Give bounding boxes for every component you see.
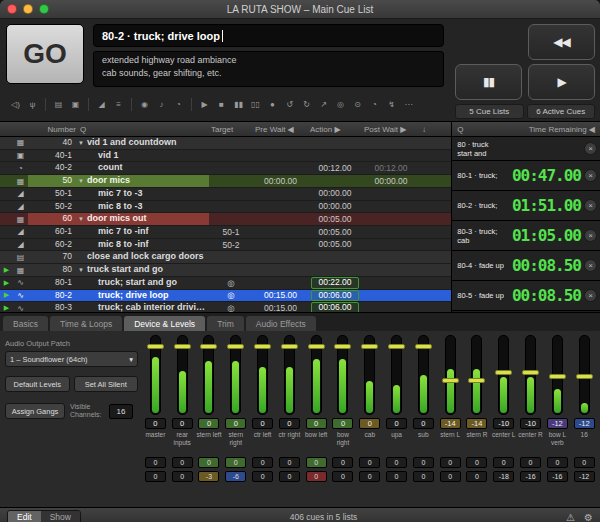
crosspoint-row2-value[interactable]: 0 bbox=[440, 471, 461, 482]
crosspoint-row1-value[interactable]: 0 bbox=[440, 457, 461, 468]
crosspoint-row2-value[interactable]: -12 bbox=[574, 471, 595, 482]
fader-handle[interactable] bbox=[174, 344, 191, 349]
timecode-cue-icon[interactable]: ◔ bbox=[171, 97, 186, 112]
pause-button[interactable]: ▮▮ bbox=[455, 64, 522, 100]
crosspoint-row2-value[interactable]: 0 bbox=[386, 471, 407, 482]
script-cue-icon[interactable]: ⋯ bbox=[401, 97, 416, 112]
pre-wait-cell[interactable] bbox=[253, 163, 308, 173]
crosspoint-row1-value[interactable]: 0 bbox=[574, 457, 595, 468]
action-cell[interactable]: 00:06.00 bbox=[308, 290, 362, 302]
audio-cue-icon[interactable]: ◁) bbox=[8, 97, 23, 112]
pre-wait-cell[interactable] bbox=[253, 240, 308, 250]
cue-row[interactable]: ◢ 60-1 mic 7 to -inf 50-1 00:05.00 bbox=[0, 226, 451, 239]
arm-cue-icon[interactable]: ↯ bbox=[384, 97, 399, 112]
action-cell[interactable] bbox=[308, 138, 362, 148]
cue-row[interactable]: ◢ 50-1 mic 7 to -3 00:00.00 bbox=[0, 188, 451, 201]
separator[interactable] bbox=[131, 98, 132, 111]
pre-wait-cell[interactable] bbox=[253, 189, 308, 199]
action-cell[interactable]: 00:05.00 bbox=[308, 239, 362, 250]
crosspoint-row2-value[interactable]: 0 bbox=[306, 471, 327, 482]
post-wait-cell[interactable] bbox=[362, 240, 420, 250]
close-window-button[interactable] bbox=[7, 4, 17, 14]
crosspoint-row1-value[interactable]: 0 bbox=[413, 457, 434, 468]
crosspoint-row1-value[interactable]: 0 bbox=[547, 457, 568, 468]
fader-handle[interactable] bbox=[308, 344, 325, 349]
show-mode-button[interactable]: Show bbox=[41, 511, 80, 522]
active-cue-row[interactable]: 80-5 · fade up 00:08.50 × bbox=[452, 281, 600, 311]
crosspoint-row1-value[interactable]: 0 bbox=[520, 457, 541, 468]
reset-cue-icon[interactable]: ↺ bbox=[282, 97, 297, 112]
stop-cue-close-icon[interactable]: × bbox=[584, 289, 597, 302]
crosspoint-row2-value[interactable]: -3 bbox=[198, 471, 219, 482]
volume-fader[interactable] bbox=[391, 335, 402, 415]
cue-row[interactable]: ▦ 40 ▼vid 1 and countdown bbox=[0, 137, 451, 150]
video-cue-icon[interactable]: ▣ bbox=[68, 97, 83, 112]
time-remaining-col[interactable]: Time Remaining ◀ bbox=[529, 125, 595, 134]
crosspoint-row1-value[interactable]: 0 bbox=[198, 457, 219, 468]
rewind-button[interactable]: ◀◀ bbox=[528, 24, 595, 60]
action-cell[interactable]: 00:12.00 bbox=[308, 163, 362, 174]
channel-level-value[interactable]: -12 bbox=[547, 418, 568, 429]
pre-wait-cell[interactable] bbox=[253, 214, 308, 224]
zoom-window-button[interactable] bbox=[39, 4, 49, 14]
crosspoint-row1-value[interactable]: 0 bbox=[493, 457, 514, 468]
go-button[interactable]: GO bbox=[6, 24, 84, 84]
post-wait-cell[interactable] bbox=[362, 151, 420, 161]
crosspoint-row1-value[interactable]: 0 bbox=[252, 457, 273, 468]
music-cue-icon[interactable]: ♪ bbox=[154, 97, 169, 112]
channel-level-value[interactable]: 0 bbox=[332, 418, 353, 429]
inspector-tab[interactable]: Time & Loops bbox=[50, 316, 122, 331]
action-cell[interactable] bbox=[308, 252, 362, 262]
crosspoint-row1-value[interactable]: 0 bbox=[145, 457, 166, 468]
pause-cue-icon[interactable]: ▮▮ bbox=[231, 97, 246, 112]
cue-row[interactable]: ▣ 40-1 vid 1 bbox=[0, 150, 451, 163]
crosspoint-row1-value[interactable]: 0 bbox=[172, 457, 193, 468]
channel-level-value[interactable]: 0 bbox=[306, 418, 327, 429]
channel-level-value[interactable]: -14 bbox=[440, 418, 461, 429]
active-q-col[interactable]: Q bbox=[457, 125, 463, 134]
volume-fader[interactable] bbox=[257, 335, 268, 415]
separator[interactable] bbox=[88, 98, 89, 111]
post-wait-cell[interactable] bbox=[362, 252, 420, 262]
active-cue-row[interactable]: 80-2 · truck; 01:51.00 × bbox=[452, 191, 600, 221]
pre-wait-cell[interactable] bbox=[253, 201, 308, 211]
inspector-tab[interactable]: Trim bbox=[207, 316, 244, 331]
fader-handle[interactable] bbox=[361, 344, 378, 349]
pre-wait-cell[interactable]: 00:15.00 bbox=[253, 290, 308, 301]
post-wait-cell[interactable] bbox=[362, 189, 420, 199]
inspector-tab[interactable]: Audio Effects bbox=[246, 316, 316, 331]
crosspoint-row2-value[interactable]: 0 bbox=[279, 471, 300, 482]
cue-row[interactable]: ▶ ∿ 80-2 truck; drive loop ◎ 00:15.00 00… bbox=[0, 290, 451, 303]
stop-cue-close-icon[interactable]: × bbox=[584, 169, 597, 182]
fader-handle[interactable] bbox=[388, 344, 405, 349]
volume-fader[interactable] bbox=[203, 335, 214, 415]
volume-fader[interactable] bbox=[445, 335, 456, 415]
volume-fader[interactable] bbox=[471, 335, 482, 415]
crosspoint-row2-value[interactable]: 0 bbox=[413, 471, 434, 482]
post-wait-cell[interactable] bbox=[362, 138, 420, 148]
audio-patch-select[interactable]: 1 – Soundflower (64ch) ▾ bbox=[5, 351, 138, 367]
crosspoint-row2-value[interactable]: -18 bbox=[493, 471, 514, 482]
pre-wait-cell[interactable] bbox=[253, 227, 308, 237]
action-cell[interactable]: 00:05.00 bbox=[308, 214, 362, 225]
col-number[interactable]: Number bbox=[28, 125, 78, 134]
gear-icon[interactable]: ⚙ bbox=[584, 512, 593, 522]
inspector-tab[interactable]: Basics bbox=[3, 316, 48, 331]
crosspoint-row1-value[interactable]: 0 bbox=[386, 457, 407, 468]
volume-fader[interactable] bbox=[284, 335, 295, 415]
osc-cue-icon[interactable]: ◉ bbox=[137, 97, 152, 112]
fader-handle[interactable] bbox=[227, 344, 244, 349]
pre-wait-cell[interactable]: 00:00.00 bbox=[253, 176, 308, 187]
crosspoint-row1-value[interactable]: 0 bbox=[332, 457, 353, 468]
channel-level-value[interactable]: 0 bbox=[225, 418, 246, 429]
active-cue-row[interactable]: 80-4 · fade up 00:08.50 × bbox=[452, 251, 600, 281]
disclosure-triangle[interactable]: ▼ bbox=[78, 138, 87, 149]
fade-cue-icon[interactable]: ◢ bbox=[94, 97, 109, 112]
target-cue-icon[interactable]: ◎ bbox=[333, 97, 348, 112]
post-wait-cell[interactable]: 00:12.00 bbox=[362, 163, 420, 174]
stop-cue-icon[interactable]: ■ bbox=[214, 97, 229, 112]
action-cell[interactable] bbox=[308, 176, 362, 186]
col-post-wait[interactable]: Post Wait ▶ bbox=[362, 125, 420, 134]
pre-wait-cell[interactable] bbox=[253, 278, 308, 288]
fader-handle[interactable] bbox=[281, 344, 298, 349]
